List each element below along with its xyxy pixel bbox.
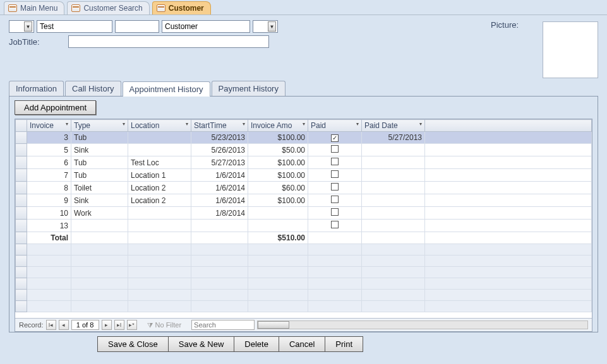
cell-starttime[interactable]: 5/27/2013	[191, 156, 248, 169]
cell-starttime[interactable]: 1/6/2014	[191, 194, 248, 207]
cell-paid[interactable]	[308, 156, 362, 169]
nav-new-button[interactable]: ▸*	[127, 320, 137, 330]
row-selector[interactable]	[16, 156, 27, 169]
cell-location[interactable]: Location 1	[128, 169, 191, 182]
table-row[interactable]: 6TubTest Loc5/27/2013$100.00	[16, 156, 592, 169]
cell-location[interactable]: Test Loc	[128, 156, 191, 169]
cell-location[interactable]: Location 2	[128, 194, 191, 207]
nav-prev-button[interactable]: ◂	[59, 320, 69, 330]
cell-paid[interactable]	[308, 132, 362, 144]
cell-starttime[interactable]: 1/6/2014	[191, 169, 248, 182]
cancel-button[interactable]: Cancel	[279, 336, 325, 352]
cell-location[interactable]	[128, 220, 191, 232]
cell-invoice[interactable]: 8	[27, 182, 71, 194]
last-name-input[interactable]	[162, 20, 250, 33]
checkbox-icon[interactable]	[331, 196, 339, 203]
job-title-input[interactable]	[68, 35, 269, 48]
cell-paid-date[interactable]	[362, 220, 425, 232]
cell-starttime[interactable]: 1/6/2014	[191, 182, 248, 194]
cell-type[interactable]: Sink	[71, 144, 128, 156]
col-type[interactable]: Type▾	[71, 120, 128, 132]
col-paid[interactable]: Paid▾	[308, 120, 362, 132]
row-selector[interactable]	[16, 144, 27, 156]
cell-amount[interactable]: $50.00	[248, 144, 308, 156]
record-position-input[interactable]	[71, 320, 99, 330]
cell-paid[interactable]	[308, 182, 362, 194]
checkbox-icon[interactable]	[331, 183, 339, 191]
cell-starttime[interactable]	[191, 220, 248, 232]
cell-starttime[interactable]: 1/8/2014	[191, 207, 248, 220]
checkbox-icon[interactable]	[331, 134, 339, 142]
cell-invoice[interactable]: 13	[27, 220, 71, 232]
doc-tab-customer[interactable]: Customer	[152, 1, 211, 15]
middle-name-input[interactable]	[115, 20, 159, 33]
first-name-input[interactable]	[37, 20, 112, 33]
col-invoice[interactable]: Invoice▾	[27, 120, 71, 132]
col-paid-date[interactable]: Paid Date▾	[362, 120, 425, 132]
cell-starttime[interactable]: 5/26/2013	[191, 144, 248, 156]
cell-paid-date[interactable]	[362, 194, 425, 207]
nav-first-button[interactable]: I◂	[46, 320, 56, 330]
row-selector[interactable]	[16, 169, 27, 182]
table-row[interactable]: 5Sink5/26/2013$50.00	[16, 144, 592, 156]
table-row[interactable]: 9SinkLocation 21/6/2014$100.00	[16, 194, 592, 207]
doc-tab-main-menu[interactable]: Main Menu	[4, 1, 64, 15]
nav-last-button[interactable]: ▸I	[114, 320, 124, 330]
cell-paid-date[interactable]	[362, 156, 425, 169]
cell-location[interactable]	[128, 144, 191, 156]
cell-location[interactable]	[128, 132, 191, 144]
cell-paid-date[interactable]	[362, 144, 425, 156]
tab-appointment-history[interactable]: Appointment History	[123, 81, 210, 97]
checkbox-icon[interactable]	[331, 145, 339, 153]
cell-amount[interactable]	[248, 220, 308, 232]
tab-payment-history[interactable]: Payment History	[212, 81, 285, 96]
cell-amount[interactable]	[248, 207, 308, 220]
row-selector[interactable]	[16, 132, 27, 144]
col-invoice-amount[interactable]: Invoice Amo▾	[248, 120, 308, 132]
cell-invoice[interactable]: 5	[27, 144, 71, 156]
cell-amount[interactable]: $100.00	[248, 169, 308, 182]
cell-invoice[interactable]: 7	[27, 169, 71, 182]
table-row[interactable]: 3Tub5/23/2013$100.005/27/2013	[16, 132, 592, 144]
save-new-button[interactable]: Save & New	[168, 336, 234, 352]
cell-paid-date[interactable]	[362, 182, 425, 194]
cell-type[interactable]: Tub	[71, 169, 128, 182]
tab-call-history[interactable]: Call History	[65, 81, 121, 96]
cell-starttime[interactable]: 5/23/2013	[191, 132, 248, 144]
cell-paid[interactable]	[308, 169, 362, 182]
print-button[interactable]: Print	[325, 336, 363, 352]
cell-paid[interactable]	[308, 220, 362, 232]
doc-tab-customer-search[interactable]: Customer Search	[67, 1, 149, 15]
cell-invoice[interactable]: 10	[27, 207, 71, 220]
cell-invoice[interactable]: 6	[27, 156, 71, 169]
suffix-combo[interactable]: ▼	[253, 20, 278, 33]
cell-type[interactable]: Tub	[71, 132, 128, 144]
row-selector[interactable]	[16, 207, 27, 220]
table-row[interactable]: 13	[16, 220, 592, 232]
cell-amount[interactable]: $100.00	[248, 156, 308, 169]
cell-location[interactable]	[128, 207, 191, 220]
row-selector[interactable]	[16, 220, 27, 232]
cell-type[interactable]: Work	[71, 207, 128, 220]
delete-button[interactable]: Delete	[234, 336, 279, 352]
cell-paid-date[interactable]	[362, 207, 425, 220]
checkbox-icon[interactable]	[331, 158, 339, 165]
cell-paid[interactable]	[308, 144, 362, 156]
cell-paid-date[interactable]: 5/27/2013	[362, 132, 425, 144]
prefix-combo[interactable]: ▼	[9, 20, 34, 33]
table-row[interactable]: 10Work1/8/2014	[16, 207, 592, 220]
tab-information[interactable]: Information	[9, 81, 64, 96]
cell-invoice[interactable]: 3	[27, 132, 71, 144]
cell-location[interactable]: Location 2	[128, 182, 191, 194]
picture-box[interactable]	[543, 21, 598, 78]
cell-type[interactable]	[71, 220, 128, 232]
cell-type[interactable]: Tub	[71, 156, 128, 169]
add-appointment-button[interactable]: Add Appointment	[15, 100, 96, 115]
checkbox-icon[interactable]	[331, 170, 339, 178]
row-selector[interactable]	[16, 182, 27, 194]
cell-type[interactable]: Sink	[71, 194, 128, 207]
col-starttime[interactable]: StartTime▾	[191, 120, 248, 132]
cell-amount[interactable]: $100.00	[248, 132, 308, 144]
table-row[interactable]: 7TubLocation 11/6/2014$100.00	[16, 169, 592, 182]
table-row[interactable]: 8ToiletLocation 21/6/2014$60.00	[16, 182, 592, 194]
